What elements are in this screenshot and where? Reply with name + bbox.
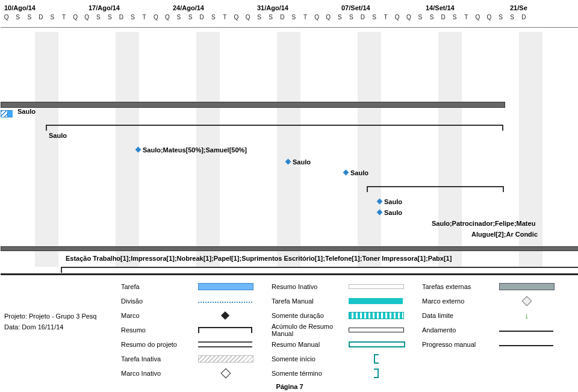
legend-label: Marco [121, 312, 193, 319]
timescale-date: 07/Set/14 [338, 4, 422, 11]
legend-label: Acúmulo de Resumo Manual [272, 323, 344, 337]
legend-label: Divisão [121, 297, 193, 305]
timescale-day: S [426, 14, 437, 20]
timescale-day: D [196, 14, 208, 20]
legend-item: Data limite↓ [422, 310, 573, 321]
timescale-day: Q [70, 14, 81, 20]
task-label: Saulo;Patrocinador;Felipe;Mateu [432, 220, 535, 227]
timescale-day: Q [231, 14, 242, 20]
legend-swatch-external [499, 283, 555, 290]
summary-bar [61, 267, 578, 273]
legend-swatch-split [198, 302, 252, 303]
legend-swatch-manual-summary [349, 341, 405, 347]
legend-label: Marco Inativo [121, 370, 193, 377]
summary-bar [46, 125, 503, 131]
project-name: Projeto - Grupo 3 Pesq [29, 313, 97, 320]
gantt-chart-area[interactable]: Saulo Saulo Saulo;Mateus[50%];Samuel[50%… [1, 25, 578, 269]
timescale-day: D [357, 14, 368, 20]
legend-swatch-task [198, 283, 253, 290]
timescale-day: T [380, 14, 391, 20]
project-info: Projeto: Projeto - Grupo 3 Pesq Data: Do… [4, 311, 119, 332]
legend-grid: Tarefa Resumo Inativo Tarefas externas D… [121, 281, 573, 379]
timescale-header: 10/Ago/1417/Ago/1424/Ago/1431/Ago/1407/S… [1, 4, 578, 25]
task-label: Saulo [378, 198, 402, 205]
timescale-day: Q [311, 14, 323, 20]
task-label-text: Saulo [384, 198, 402, 205]
timescale-day: S [185, 14, 196, 20]
legend-label: Data limite [422, 312, 494, 319]
legend-label: Tarefa Inativa [121, 355, 193, 362]
task-label-text: Saulo [384, 209, 402, 216]
legend-item: Acúmulo de Resumo Manual [272, 325, 422, 335]
timescale-day: S [449, 14, 461, 20]
legend-item: Andamento [422, 325, 573, 335]
timescale-tier-2: QSSDSTQQSSDSTQQSSDSTQQSSDSTQQSSDSTQQSSDS… [1, 14, 578, 20]
legend-swatch-progress [499, 331, 553, 332]
legend-swatch-inactive-task [198, 355, 253, 362]
timescale-day: S [346, 14, 357, 20]
task-progress [1, 110, 8, 117]
legend-item: Somente término [272, 368, 422, 379]
legend-swatch-rollup [349, 328, 404, 332]
legend-label: Resumo Manual [272, 341, 344, 348]
legend-label: Andamento [422, 326, 494, 334]
legend-label: Progresso manual [422, 341, 494, 348]
legend-label: Marco externo [422, 297, 494, 305]
timescale-day: S [46, 14, 58, 20]
timescale-day: S [12, 14, 23, 20]
legend-label: Resumo do projeto [121, 341, 193, 348]
task-label: Aluguel[2];Ar Condic [471, 231, 538, 238]
task-label: Saulo [378, 209, 402, 216]
timescale-day: S [173, 14, 184, 20]
legend-label: Somente início [272, 355, 344, 362]
legend-item: Tarefas externas [422, 281, 573, 292]
legend-swatch-deadline: ↓ [524, 311, 529, 320]
legend-label: Resumo [121, 326, 193, 334]
legend-item: Resumo [121, 325, 272, 335]
project-summary-bar [1, 102, 505, 108]
legend-swatch-start-only [374, 354, 379, 364]
timescale-day: S [265, 14, 276, 20]
legend-item: Divisão [121, 296, 272, 306]
legend-label: Tarefa Manual [272, 297, 344, 305]
project-date-prefix: Data: [4, 323, 22, 331]
task-label-text: Saulo [293, 158, 311, 166]
timescale-day: S [414, 14, 426, 20]
timescale-date: 10/Ago/14 [1, 4, 85, 11]
timescale-day: S [495, 14, 506, 20]
timescale-day: T [461, 14, 472, 20]
legend-item: Somente início [272, 353, 422, 364]
legend-swatch-manual [349, 298, 403, 304]
legend-item: Progresso manual [422, 339, 573, 350]
timescale-day: Q [483, 14, 495, 20]
legend-item: Marco Inativo [121, 368, 272, 379]
timescale-day: T [138, 14, 150, 20]
timescale-day: Q [81, 14, 93, 20]
legend-item: Marco externo [422, 296, 573, 306]
timescale-date: 31/Ago/14 [253, 4, 338, 11]
legend-item: Somente duração [272, 310, 422, 321]
task-label-text: Saulo [350, 169, 368, 176]
legend-swatch-manual-progress [499, 345, 553, 346]
timescale-day: S [23, 14, 35, 20]
legend-swatch-project-summary [198, 341, 252, 347]
legend-item: Resumo do projeto [121, 339, 272, 350]
legend-swatch-milestone [221, 311, 229, 320]
timescale-day: S [334, 14, 346, 20]
legend-item: Tarefa [121, 281, 272, 292]
timescale-day: Q [472, 14, 483, 20]
timescale-tier-1: 10/Ago/1417/Ago/1424/Ago/1431/Ago/1407/S… [1, 4, 578, 11]
timescale-day: S [368, 14, 380, 20]
timescale-day: S [127, 14, 138, 20]
task-label: Saulo [344, 169, 368, 176]
task-label: Saulo [286, 158, 311, 166]
timescale-date: 17/Ago/14 [85, 4, 169, 11]
timescale-day: Q [161, 14, 173, 20]
timescale-day: T [299, 14, 311, 20]
timescale-day: S [93, 14, 104, 20]
task-label: Saulo;Mateus[50%];Samuel[50%] [136, 146, 247, 154]
timescale-day: D [116, 14, 127, 20]
timescale-date: 21/Se [506, 4, 546, 11]
timescale-day: S [506, 14, 518, 20]
task-label-text: Saulo;Mateus[50%];Samuel[50%] [143, 146, 247, 154]
